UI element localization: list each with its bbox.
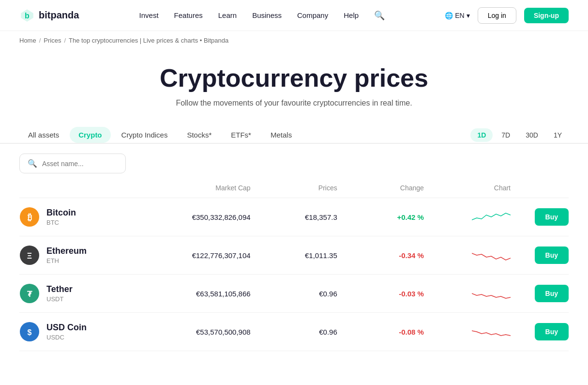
search-icon[interactable]: 🔍 bbox=[374, 10, 385, 21]
asset-cell: ₿ Bitcoin BTC bbox=[19, 207, 135, 227]
chevron-down-icon: ▾ bbox=[467, 12, 470, 19]
logo[interactable]: b bitpanda bbox=[19, 8, 79, 23]
hero-title: Cryptocurrency prices bbox=[10, 64, 578, 92]
nav-help[interactable]: Help bbox=[344, 11, 359, 19]
breadcrumb-sep-1: / bbox=[39, 37, 41, 44]
nav-links: Invest Features Learn Business Company H… bbox=[139, 10, 385, 21]
nav-company[interactable]: Company bbox=[297, 11, 328, 19]
buy-cell: Buy bbox=[511, 323, 569, 340]
time-7d[interactable]: 7D bbox=[495, 128, 517, 142]
filter-bar: All assets Crypto Crypto Indices Stocks*… bbox=[0, 117, 588, 144]
th-asset bbox=[19, 184, 135, 192]
market-cap-cell: €350,332,826,094 bbox=[135, 213, 251, 221]
change-cell: +0.42 % bbox=[337, 213, 424, 221]
nav-right: 🌐 EN ▾ Log in Sign-up bbox=[445, 7, 569, 24]
table-row: Ξ Ethereum ETH €122,776,307,104 €1,011.3… bbox=[19, 236, 569, 275]
hero-subtitle: Follow the movements of your favourite c… bbox=[10, 99, 578, 108]
tab-crypto-indices[interactable]: Crypto Indices bbox=[113, 127, 177, 143]
tab-crypto[interactable]: Crypto bbox=[70, 127, 110, 143]
breadcrumb-sep-2: / bbox=[64, 37, 66, 44]
table-rows: ₿ Bitcoin BTC €350,332,826,094 €18,357.3… bbox=[19, 198, 569, 351]
asset-name: Bitcoin bbox=[46, 208, 76, 218]
time-1d[interactable]: 1D bbox=[470, 128, 493, 142]
buy-button-usdt[interactable]: Buy bbox=[535, 285, 569, 302]
nav-invest[interactable]: Invest bbox=[139, 11, 159, 19]
asset-cell: Ξ Ethereum ETH bbox=[19, 245, 135, 265]
filter-tabs: All assets Crypto Crypto Indices Stocks*… bbox=[19, 127, 301, 143]
svg-text:Ξ: Ξ bbox=[27, 252, 32, 260]
buy-button-btc[interactable]: Buy bbox=[535, 208, 569, 226]
asset-icon-usdc: $ bbox=[19, 322, 40, 342]
change-cell: -0.34 % bbox=[337, 251, 424, 260]
table-area: 🔍 Market Cap Prices Change Chart ₿ Bitco… bbox=[0, 144, 588, 361]
breadcrumb: Home / Prices / The top cryptocurrencies… bbox=[0, 31, 588, 50]
asset-cell: $ USD Coin USDC bbox=[19, 322, 135, 342]
asset-name: Ethereum bbox=[46, 246, 87, 256]
th-market-cap: Market Cap bbox=[135, 184, 251, 192]
svg-text:$: $ bbox=[28, 328, 32, 337]
table-row: $ USD Coin USDC €53,570,500,908 €0.96 -0… bbox=[19, 313, 569, 351]
price-cell: €0.96 bbox=[251, 328, 337, 336]
svg-text:b: b bbox=[25, 12, 30, 20]
time-30d[interactable]: 30D bbox=[519, 128, 545, 142]
logo-icon: b bbox=[19, 8, 35, 23]
tab-metals[interactable]: Metals bbox=[262, 127, 301, 143]
buy-cell: Buy bbox=[511, 208, 569, 226]
search-bar[interactable]: 🔍 bbox=[19, 154, 126, 173]
chart-cell bbox=[424, 285, 511, 302]
svg-text:₮: ₮ bbox=[27, 290, 32, 298]
asset-name: USD Coin bbox=[46, 323, 87, 333]
asset-cell: ₮ Tether USDT bbox=[19, 283, 135, 304]
market-cap-cell: €53,570,500,908 bbox=[135, 328, 251, 336]
chart-cell bbox=[424, 246, 511, 264]
change-cell: -0.08 % bbox=[337, 328, 424, 336]
asset-ticker: USDT bbox=[46, 295, 73, 303]
nav-features[interactable]: Features bbox=[174, 11, 203, 19]
price-cell: €18,357.3 bbox=[251, 213, 337, 221]
time-1y[interactable]: 1Y bbox=[547, 128, 569, 142]
tab-all-assets[interactable]: All assets bbox=[19, 127, 68, 143]
asset-ticker: ETH bbox=[46, 257, 87, 264]
tab-etfs[interactable]: ETFs* bbox=[222, 127, 260, 143]
tab-stocks[interactable]: Stocks* bbox=[178, 127, 220, 143]
chart-cell bbox=[424, 323, 511, 340]
buy-button-eth[interactable]: Buy bbox=[535, 246, 569, 264]
signup-button[interactable]: Sign-up bbox=[524, 8, 569, 23]
lang-label: EN bbox=[455, 12, 464, 19]
market-cap-cell: €63,581,105,866 bbox=[135, 290, 251, 298]
asset-ticker: BTC bbox=[46, 219, 76, 226]
time-filters: 1D 7D 30D 1Y bbox=[470, 128, 569, 142]
breadcrumb-prices[interactable]: Prices bbox=[44, 37, 61, 44]
buy-cell: Buy bbox=[511, 285, 569, 302]
navbar: b bitpanda Invest Features Learn Busines… bbox=[0, 0, 588, 31]
table-row: ₮ Tether USDT €63,581,105,866 €0.96 -0.0… bbox=[19, 275, 569, 313]
th-prices: Prices bbox=[251, 184, 337, 192]
nav-learn[interactable]: Learn bbox=[218, 11, 237, 19]
price-cell: €1,011.35 bbox=[251, 251, 337, 260]
change-cell: -0.03 % bbox=[337, 290, 424, 298]
th-chart: Chart bbox=[424, 184, 511, 192]
table-header: Market Cap Prices Change Chart bbox=[19, 178, 569, 198]
market-cap-cell: €122,776,307,104 bbox=[135, 251, 251, 260]
breadcrumb-home[interactable]: Home bbox=[19, 37, 36, 44]
asset-icon-eth: Ξ bbox=[19, 245, 40, 265]
buy-cell: Buy bbox=[511, 246, 569, 264]
buy-button-usdc[interactable]: Buy bbox=[535, 323, 569, 340]
language-button[interactable]: 🌐 EN ▾ bbox=[445, 12, 469, 19]
chart-cell bbox=[424, 208, 511, 226]
hero-section: Cryptocurrency prices Follow the movemen… bbox=[0, 50, 588, 117]
asset-icon-usdt: ₮ bbox=[19, 283, 40, 304]
breadcrumb-current: The top cryptocurrencies | Live prices &… bbox=[69, 37, 228, 44]
th-change: Change bbox=[337, 184, 424, 192]
search-icon-input: 🔍 bbox=[28, 159, 37, 168]
login-button[interactable]: Log in bbox=[478, 7, 516, 24]
th-action bbox=[511, 184, 569, 192]
globe-icon: 🌐 bbox=[445, 12, 453, 19]
svg-text:₿: ₿ bbox=[28, 213, 32, 222]
brand-name: bitpanda bbox=[39, 10, 79, 21]
price-cell: €0.96 bbox=[251, 290, 337, 298]
asset-ticker: USDC bbox=[46, 334, 87, 341]
search-input[interactable] bbox=[42, 160, 118, 168]
nav-business[interactable]: Business bbox=[252, 11, 282, 19]
table-row: ₿ Bitcoin BTC €350,332,826,094 €18,357.3… bbox=[19, 198, 569, 236]
